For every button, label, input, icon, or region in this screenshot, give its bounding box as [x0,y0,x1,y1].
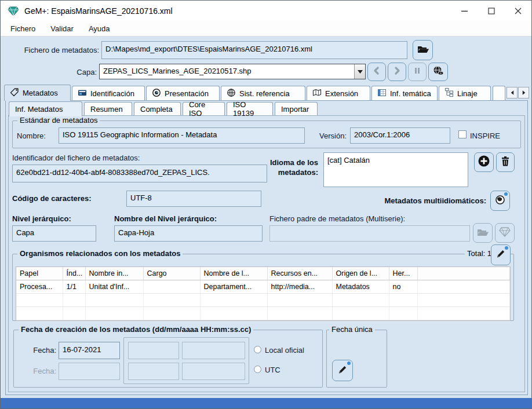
hierarchy-level-field[interactable]: Capa [12,225,96,242]
column-header[interactable]: Her... [389,267,417,280]
multilingual-label: Metadatos multiidiomáticos: [354,196,486,205]
organisms-table[interactable]: Papel Índ... Nombre in... Cargo Nombre d… [16,266,511,321]
menu-validar[interactable]: Validar [43,22,81,35]
table-row-empty[interactable] [16,294,510,307]
menu-ayuda[interactable]: Ayuda [81,22,118,35]
window-controls [451,1,531,21]
tab-extension[interactable]: Extensión [307,86,370,100]
inspire-checkbox[interactable] [458,130,467,138]
app-window: GeM+: EspaisMarinsAGE_20210716.xml Fiche… [0,0,532,409]
subtab-inf-metadatos[interactable]: Inf. Metadatos [9,101,82,116]
tab-metadatos[interactable]: Metadatos [4,85,71,101]
tab-clipped[interactable] [493,86,505,100]
pause-sync-button [408,63,427,81]
cell[interactable]: Unitat d'Inf... [85,280,143,294]
edit-parent-button [495,223,515,243]
next-layer-button[interactable] [388,63,406,81]
standard-name-field[interactable]: ISO 19115 Geographic Information - Metad… [59,127,305,144]
delete-language-button[interactable] [496,152,515,172]
tab-label: Inf. temática [390,89,431,98]
table-icon [377,88,387,99]
link-web-button[interactable] [428,63,448,81]
tab-label: Identificación [90,89,134,98]
file-path-field[interactable]: D:\Mapes\md_export\DTES\EspaisMarinsAGE_… [101,41,407,59]
cell[interactable]: 1/1 [63,280,85,294]
tab-inf-tematica[interactable]: Inf. temática [371,86,438,100]
window-title: GeM+: EspaisMarinsAGE_20210716.xml [24,6,173,16]
cell[interactable]: http://media... [267,280,332,294]
tab-scroll-left-button[interactable] [507,87,518,98]
tab-sist-referencia[interactable]: Sist. referencia [221,86,305,100]
table-row[interactable]: Procesa... 1/1 Unitat d'Inf... Departame… [16,280,510,294]
cell[interactable]: Metadatos [332,280,389,294]
column-header[interactable]: Origen de l... [332,267,389,280]
layer-combobox[interactable]: ZEPAS_LICS_Marines_AGE_20210517.shp [99,64,366,79]
standard-name-label: Nombre: [17,132,46,140]
cell[interactable] [143,280,200,294]
hierarchy-level-label: Nivel jerárquico: [12,214,71,223]
cell[interactable]: Procesa... [16,280,63,294]
charset-field[interactable]: UTF-8 [126,191,261,207]
cell[interactable] [417,280,510,294]
multilingual-button[interactable] [490,191,510,211]
local-official-radio[interactable] [254,346,261,353]
menu-bar: Fichero Validar Ayuda [1,21,531,36]
layer-label: Capa: [70,68,97,76]
table-row-empty[interactable] [16,307,510,320]
standard-version-label: Versión: [302,132,347,140]
tab-presentacion[interactable]: Presentación [146,86,220,100]
add-language-button[interactable] [474,152,494,172]
date-label: Fecha: [23,346,56,355]
language-listbox[interactable]: [cat] Catalán [323,152,468,187]
column-header[interactable]: Papel [16,267,63,280]
time-field-1 [128,342,179,359]
menu-fichero[interactable]: Fichero [3,22,43,35]
language-label-line2: metadatos: [256,168,318,177]
column-header[interactable]: Nombre in... [85,267,143,280]
column-header[interactable]: Recursos en... [267,267,332,280]
layer-combobox-value: ZEPAS_LICS_Marines_AGE_20210517.shp [100,64,354,79]
cell[interactable]: Departament... [200,280,267,294]
column-header[interactable] [417,267,510,280]
date2-field [59,363,120,380]
chevron-right-icon [392,66,402,78]
date-field[interactable]: 16-07-2021 [59,342,120,359]
cell[interactable]: no [389,280,417,294]
subtab-completa[interactable]: Completa [134,102,181,115]
tab-identificacion[interactable]: Identificación [72,86,145,100]
creation-date-group-title: Fecha de creación de los metadatos (dd/m… [19,325,253,334]
utc-radio[interactable] [254,366,261,373]
tab-label: Linaje [457,89,478,98]
identifier-field[interactable]: 62e0bd21-dd12-40b4-abf4-8083388ed70d_ZEP… [12,165,267,182]
time-field-3 [128,363,179,380]
hierarchy-name-field[interactable]: Capa-Hoja [114,225,263,242]
tab-linaje[interactable]: Linaje [439,86,491,100]
subtab-importar[interactable]: Importar [275,102,318,115]
column-header[interactable]: Índ... [63,267,85,280]
folder-disabled-icon [476,227,489,239]
trash-icon [501,156,510,169]
minimize-button[interactable] [451,1,478,21]
subtab-iso-19139[interactable]: ISO 19139 [227,102,273,115]
subtab-label: Importar [281,105,309,114]
utc-label: UTC [265,366,280,374]
unique-date-group-title: Fecha única [329,325,375,334]
column-header[interactable]: Cargo [143,267,200,280]
subtab-core-iso[interactable]: Core ISO [183,102,225,115]
chevron-down-icon[interactable] [354,64,365,79]
plus-icon [478,155,490,170]
open-parent-button [473,223,493,243]
folder-open-icon [417,44,429,56]
standard-version-field[interactable]: 2003/Cor.1:2006 [350,127,450,144]
tab-scroll-right-button[interactable] [518,87,529,98]
edit-organisms-button[interactable] [491,244,511,265]
tag-icon [10,87,19,98]
previous-layer-button[interactable] [367,63,386,81]
open-file-button[interactable] [413,40,433,60]
close-button[interactable] [505,1,531,21]
maximize-button[interactable] [478,1,505,21]
column-header[interactable]: Nombre de l... [200,267,267,280]
edit-date-button[interactable] [332,360,353,381]
subtab-resumen[interactable]: Resumen [84,102,132,115]
gem-disabled-icon [499,227,511,239]
